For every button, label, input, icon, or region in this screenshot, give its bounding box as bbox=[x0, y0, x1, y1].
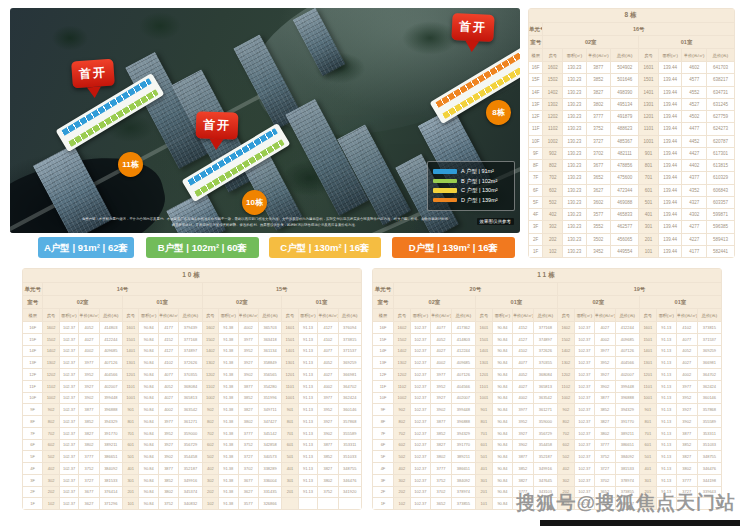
price-cell: 4077 bbox=[512, 357, 533, 369]
area-cell: 90.84 bbox=[139, 474, 158, 486]
floor-cell: 3F bbox=[529, 221, 543, 233]
price-cell: 3777 bbox=[676, 474, 697, 486]
room-cell: 902 bbox=[557, 404, 574, 416]
total-cell: 404566 bbox=[451, 380, 475, 392]
room-cell: 201 bbox=[639, 233, 659, 245]
floor-cell: 6F bbox=[23, 439, 43, 451]
floor-cell: 11F bbox=[373, 380, 394, 392]
table-row: 15F1502102.374052414803150190.8441273748… bbox=[373, 333, 722, 345]
room-cell: 302 bbox=[543, 221, 563, 233]
room-cell: 702 bbox=[557, 427, 574, 439]
unit-number: 19号 bbox=[557, 283, 721, 296]
price-cell: 4077 bbox=[676, 333, 697, 345]
price-cell: 3852 bbox=[676, 439, 697, 451]
total-cell: 402007 bbox=[99, 380, 122, 392]
room-number-header: 01室 bbox=[639, 296, 721, 309]
room-cell: 1302 bbox=[393, 357, 410, 369]
price-cell: 3802 bbox=[158, 486, 178, 498]
price-cell: 3977 bbox=[158, 416, 178, 428]
room-cell: 401 bbox=[639, 463, 656, 475]
total-col-header: 总价(元) bbox=[99, 309, 122, 322]
room-cell: 701 bbox=[475, 427, 492, 439]
total-cell: 641703 bbox=[706, 62, 734, 74]
table-row: 6F602130.233627472344601139.444352606843 bbox=[529, 184, 735, 196]
room-cell: 402 bbox=[393, 463, 410, 475]
total-cell: 394329 bbox=[451, 427, 475, 439]
area-cell: 139.44 bbox=[659, 74, 682, 86]
price-cell bbox=[318, 498, 338, 510]
room-number-header: 02室 bbox=[202, 296, 282, 309]
area-cell: 130.23 bbox=[563, 62, 586, 74]
area-cell: 102.37 bbox=[574, 451, 594, 463]
price-cell: 3977 bbox=[512, 404, 533, 416]
room-cell: 1302 bbox=[557, 357, 574, 369]
area-cell: 91.13 bbox=[298, 322, 317, 334]
floor-cell: 7F bbox=[373, 427, 394, 439]
legend-row: B 户型 | 102m² bbox=[433, 178, 509, 185]
unit-label: 单元号 bbox=[23, 283, 43, 296]
price-cell: 4177 bbox=[682, 245, 707, 257]
room-cell: 902 bbox=[202, 404, 219, 416]
roomno-col-header: 房号 bbox=[557, 309, 574, 322]
area-cell: 102.37 bbox=[574, 357, 594, 369]
total-cell: 349711 bbox=[258, 404, 281, 416]
price-col-header: 单价(元/㎡) bbox=[430, 309, 451, 322]
total-cell: 491879 bbox=[611, 111, 639, 123]
legend-label: C 户型 | 130m² bbox=[461, 187, 498, 194]
price-cell: 3927 bbox=[430, 392, 451, 404]
price-cell: 3677 bbox=[79, 486, 99, 498]
floor-cell: 5F bbox=[23, 451, 43, 463]
room-cell: 1602 bbox=[557, 322, 574, 334]
area-cell: 102.37 bbox=[574, 380, 594, 392]
total-cell: 402007 bbox=[615, 369, 639, 381]
price-cell: 3877 bbox=[586, 62, 611, 74]
total-cell: 347427 bbox=[258, 416, 281, 428]
room-cell: 1102 bbox=[202, 380, 219, 392]
floor-cell: 12F bbox=[373, 369, 394, 381]
room-number-header: 02室 bbox=[43, 296, 123, 309]
room-cell: 1301 bbox=[122, 357, 139, 369]
roomno-col-header: 房号 bbox=[475, 309, 492, 322]
building-11-label: 11栋 bbox=[118, 152, 143, 177]
area-cell: 139.44 bbox=[659, 86, 682, 98]
area-cell: 102.37 bbox=[410, 357, 430, 369]
type-d-swatch bbox=[433, 198, 457, 203]
table-row: 1F102130.233452449554101139.444177582441 bbox=[529, 245, 735, 257]
table-row: 5F502102.37380238921150190.8438773521875… bbox=[373, 451, 722, 463]
price-cell: 3877 bbox=[430, 416, 451, 428]
price-cell: 4027 bbox=[594, 322, 615, 334]
price-cell: 3852 bbox=[158, 474, 178, 486]
room-cell: 901 bbox=[475, 404, 492, 416]
room-cell: 1501 bbox=[122, 333, 139, 345]
price-col-header: 单价(元/㎡) bbox=[512, 309, 533, 322]
area-cell: 90.84 bbox=[139, 369, 158, 381]
total-cell: 472344 bbox=[611, 184, 639, 196]
area-cell: 102.37 bbox=[574, 404, 594, 416]
total-cell: 498390 bbox=[611, 86, 639, 98]
room-cell: 402 bbox=[543, 209, 563, 221]
room-cell: 501 bbox=[475, 451, 492, 463]
total-cell: 364702 bbox=[338, 380, 361, 392]
table-row: 8F802102.37385239432980190.8439773612718… bbox=[23, 416, 362, 428]
price-col-header: 单价(元/㎡) bbox=[676, 309, 697, 322]
room-cell: 1601 bbox=[282, 322, 299, 334]
price-cell: 3927 bbox=[318, 416, 338, 428]
price-cell: 4077 bbox=[430, 322, 451, 334]
area-cell: 90.84 bbox=[139, 498, 158, 510]
floor-cell: 2F bbox=[373, 486, 394, 498]
total-cell: 391770 bbox=[451, 439, 475, 451]
room-cell: 502 bbox=[202, 451, 219, 463]
first-open-pin: 首开 bbox=[71, 59, 115, 89]
total-cell: 354458 bbox=[533, 439, 557, 451]
room-cell: 1301 bbox=[475, 357, 492, 369]
room-cell: 1402 bbox=[43, 345, 60, 357]
type-a-badge: A户型 | 91m² | 62套 bbox=[38, 237, 134, 258]
unit-number: 14号 bbox=[43, 283, 202, 296]
total-cell: 363542 bbox=[179, 404, 202, 416]
room-cell: 1102 bbox=[393, 380, 410, 392]
price-cell: 3902 bbox=[430, 404, 451, 416]
total-cell: 414803 bbox=[99, 322, 122, 334]
price-cell: 4052 bbox=[158, 380, 178, 392]
room-cell: 1501 bbox=[639, 74, 659, 86]
room-cell: 602 bbox=[557, 439, 574, 451]
